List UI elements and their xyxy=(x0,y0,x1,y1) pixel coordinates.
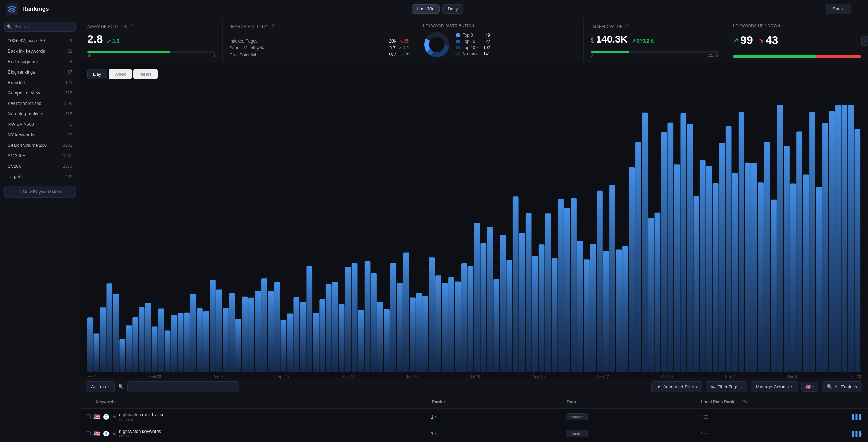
sidebar-item[interactable]: NY keywords18 xyxy=(2,130,78,140)
chart-x-label: Jan 20 xyxy=(850,374,861,379)
svg-rect-81 xyxy=(577,241,583,372)
tags-more-icon[interactable]: ··· xyxy=(577,399,582,405)
tag-icon: 🏷 xyxy=(711,384,716,389)
sidebar-item-label: Blog rankings xyxy=(8,69,35,75)
all-engines-button[interactable]: 🔍 All Engines xyxy=(822,381,862,392)
sv-value: 20K xyxy=(383,39,397,44)
row-flag-icon: 🇺🇸 xyxy=(93,413,100,420)
country-flag-selector[interactable]: 🇺🇸 › xyxy=(801,382,818,392)
svg-rect-71 xyxy=(513,196,519,372)
metrics-next-arrow[interactable]: › xyxy=(861,36,868,46)
advanced-filters-button[interactable]: ▼ Advanced Filters xyxy=(651,381,702,392)
svg-rect-114 xyxy=(790,184,796,372)
chart-container: Feb 1Feb 29Mar 28Apr 25May 23Jun 20Jul 1… xyxy=(87,83,861,372)
svg-rect-118 xyxy=(816,187,822,372)
period-button[interactable]: Last 30d xyxy=(412,4,440,14)
traffic-value-info-icon: ⓘ xyxy=(625,24,629,29)
svg-rect-23 xyxy=(203,311,209,372)
daily-button[interactable]: Daily xyxy=(442,4,463,14)
manage-columns-button[interactable]: Manage Colums › xyxy=(751,381,798,392)
sidebar-item-count: 24 xyxy=(68,38,72,43)
search-visibility-label: SEARCH VISIBILITY ⓘ xyxy=(230,24,409,29)
td-local: / ☰ ▐▐▐ › xyxy=(701,414,862,420)
chart-x-label: Aug 15 xyxy=(532,374,545,379)
chart-x-label: Feb 1 xyxy=(87,374,97,379)
sidebar-item-label: KW research tool xyxy=(8,101,43,106)
kd-legend-label: Top 3 xyxy=(463,33,478,38)
chart-x-label: Jul 18 xyxy=(470,374,480,379)
traffic-value-values: $ 140.3K ↗ 370.2 K xyxy=(591,34,719,45)
svg-rect-7 xyxy=(100,307,106,372)
svg-rect-45 xyxy=(345,267,351,372)
row-checkbox[interactable] xyxy=(86,414,91,419)
sv-change: ↗ 17 xyxy=(399,53,409,58)
rank-more-icon[interactable]: ··· xyxy=(447,399,451,405)
sidebar-item[interactable]: Search volume 200+1982 xyxy=(2,140,78,150)
sidebar-item[interactable]: SV2001676 xyxy=(2,161,78,171)
avg-position-change: ↗ 3.5 xyxy=(107,38,119,44)
svg-rect-66 xyxy=(480,243,486,372)
sidebar-item[interactable]: Branded122 xyxy=(2,77,78,87)
svg-rect-83 xyxy=(590,244,596,372)
svg-rect-104 xyxy=(726,126,732,372)
svg-rect-98 xyxy=(687,124,693,372)
svg-rect-59 xyxy=(435,275,441,372)
chart-tab[interactable]: Week xyxy=(108,69,132,79)
actions-button[interactable]: Actions › xyxy=(86,381,115,392)
svg-rect-123 xyxy=(848,105,854,372)
new-keyword-view-button[interactable]: + New Keyword view xyxy=(4,186,76,198)
sidebar-item[interactable]: Blog rankings67 xyxy=(2,67,78,77)
svg-rect-115 xyxy=(796,132,802,372)
sidebar-item[interactable]: Non-blog rankings527 xyxy=(2,109,78,119)
avg-position-info-icon: ⓘ xyxy=(130,24,134,29)
local-more-icon[interactable]: ··· xyxy=(736,399,740,405)
sidebar-item-count: 67 xyxy=(68,70,72,75)
kd-legend-value: 22 xyxy=(480,39,490,44)
chart-x-label: Nov 7 xyxy=(725,374,735,379)
svg-rect-36 xyxy=(287,313,293,372)
search-visibility-table: Indexed Pages 20K ↘ 35 Search Visibility… xyxy=(230,39,409,58)
svg-rect-27 xyxy=(229,293,235,372)
svg-rect-96 xyxy=(674,164,680,372)
row-expand-icon[interactable]: › xyxy=(861,414,862,420)
row-expand-icon[interactable]: › xyxy=(861,431,862,436)
sidebar-item[interactable]: NW SV >5006 xyxy=(2,119,78,129)
avg-position-card: AVERAGE POSITION ⓘ 2.8 ↗ 3.5 10 1 xyxy=(80,18,223,63)
sidebar-item[interactable]: Berlin segment2 8 xyxy=(2,56,78,67)
sidebar-item[interactable]: KW research tool1596 xyxy=(2,98,78,108)
keywords-updown-label: KEYWORDS UP / DOWN xyxy=(733,24,861,28)
sidebar-item[interactable]: Backlink keywords31 xyxy=(2,46,78,56)
sidebar-item-count: 401 xyxy=(65,174,72,179)
kd-legend-value: 102 xyxy=(480,45,490,50)
sidebar-item-label: Search volume 200+ xyxy=(8,143,50,148)
svg-rect-69 xyxy=(500,235,506,372)
more-options-button[interactable]: ⋮ xyxy=(855,5,862,13)
sidebar-item[interactable]: Targets401 xyxy=(2,172,78,182)
svg-rect-52 xyxy=(390,263,396,372)
svg-rect-112 xyxy=(777,105,783,372)
share-button[interactable]: Share xyxy=(826,4,851,14)
keyword-search-input[interactable] xyxy=(127,381,239,392)
svg-rect-116 xyxy=(803,174,809,372)
chart-tab[interactable]: Day xyxy=(87,69,107,79)
rank-sort-icon[interactable]: ↑ xyxy=(443,399,446,404)
sidebar-item-label: 100+ SV, pos < 30 xyxy=(8,38,45,43)
svg-rect-84 xyxy=(597,191,603,372)
svg-rect-119 xyxy=(822,123,828,372)
refresh-icon[interactable]: ↻ xyxy=(743,399,747,405)
sidebar-item[interactable]: 100+ SV, pos < 3024 xyxy=(2,36,78,46)
sidebar-search-input[interactable] xyxy=(4,22,76,32)
sidebar-item-count: 1676 xyxy=(63,164,72,169)
svg-rect-106 xyxy=(739,112,744,372)
kd-legend-label: No rank xyxy=(463,52,478,56)
sidebar-item-count: 18 xyxy=(68,132,72,137)
sidebar-item[interactable]: Competitor view527 xyxy=(2,88,78,98)
chart-x-labels: Feb 1Feb 29Mar 28Apr 25May 23Jun 20Jul 1… xyxy=(87,373,861,380)
topnav-center: Last 30d Daily xyxy=(412,4,463,14)
row-rank-dot: ● xyxy=(435,415,436,418)
filter-tags-button[interactable]: 🏷 Filter Tags › xyxy=(706,381,747,392)
row-checkbox[interactable] xyxy=(86,431,91,436)
sidebar-item[interactable]: SV 200+1980 xyxy=(2,151,78,161)
svg-rect-63 xyxy=(461,263,467,372)
chart-tab[interactable]: Mears xyxy=(133,69,158,79)
